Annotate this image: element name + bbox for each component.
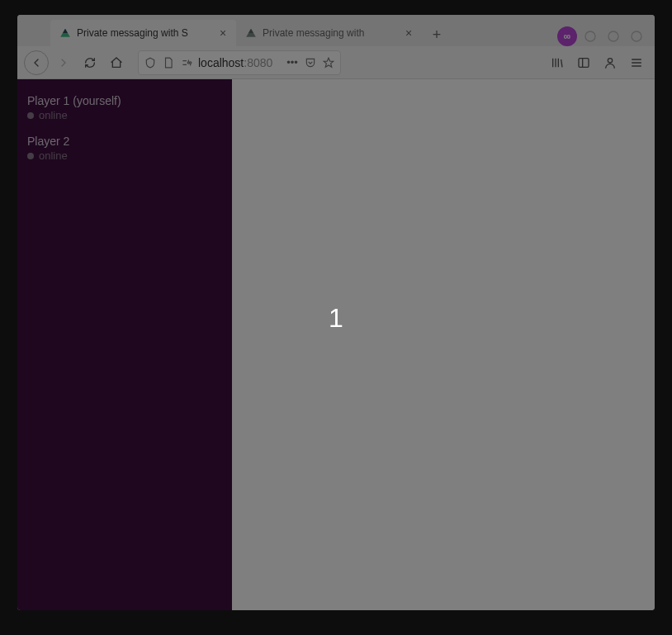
forward-button[interactable] — [52, 51, 75, 74]
user-item[interactable]: Player 2 online — [17, 128, 232, 168]
shield-icon — [144, 56, 157, 69]
pocket-icon[interactable] — [304, 56, 317, 69]
svg-rect-5 — [579, 58, 589, 67]
extension-icon[interactable] — [580, 26, 600, 46]
vue-favicon — [59, 26, 72, 40]
tab-title: Private messaging with S — [77, 27, 211, 39]
tab-title: Private messaging with — [263, 27, 397, 39]
user-name: Player 1 (yourself) — [27, 94, 222, 107]
permissions-icon — [180, 56, 193, 69]
extension-mask-icon[interactable]: ∞ — [557, 26, 577, 46]
user-item-self[interactable]: Player 1 (yourself) online — [17, 88, 232, 128]
user-status: online — [27, 109, 222, 121]
bookmark-icon[interactable] — [322, 56, 335, 69]
extension-icon[interactable] — [603, 26, 623, 46]
more-icon[interactable]: ••• — [286, 56, 299, 69]
menu-icon[interactable] — [625, 51, 648, 74]
close-icon[interactable]: × — [216, 26, 230, 40]
overlay-number: 1 — [329, 302, 343, 333]
close-icon[interactable]: × — [402, 26, 415, 40]
chat-panel — [232, 79, 655, 610]
sidebar-toggle-icon[interactable] — [572, 51, 595, 74]
tab-strip: Private messaging with S × Private messa… — [17, 15, 655, 46]
extension-icon[interactable] — [627, 26, 646, 46]
tab-inactive[interactable]: Private messaging with × — [236, 20, 422, 46]
vue-favicon — [244, 26, 258, 40]
status-dot-icon — [27, 112, 34, 119]
tab-active[interactable]: Private messaging with S × — [50, 20, 236, 46]
new-tab-button[interactable]: + — [425, 23, 448, 46]
user-name: Player 2 — [27, 135, 222, 148]
url-text: localhost:8080 — [198, 56, 281, 69]
svg-point-1 — [608, 31, 618, 41]
players-sidebar: Player 1 (yourself) online Player 2 onli… — [17, 79, 232, 610]
toolbar: localhost:8080 ••• — [17, 46, 655, 79]
svg-point-4 — [190, 61, 192, 63]
library-icon[interactable] — [546, 51, 569, 74]
url-bar[interactable]: localhost:8080 ••• — [138, 50, 341, 75]
svg-point-6 — [608, 58, 612, 62]
user-status: online — [27, 149, 222, 162]
account-icon[interactable] — [599, 51, 622, 74]
status-dot-icon — [27, 153, 34, 159]
svg-point-2 — [632, 31, 641, 41]
svg-point-0 — [585, 31, 595, 41]
reload-button[interactable] — [78, 51, 102, 74]
back-button[interactable] — [24, 50, 49, 75]
page-icon — [162, 56, 175, 69]
content-area: Player 1 (yourself) online Player 2 onli… — [17, 79, 655, 610]
home-button[interactable] — [105, 51, 128, 74]
